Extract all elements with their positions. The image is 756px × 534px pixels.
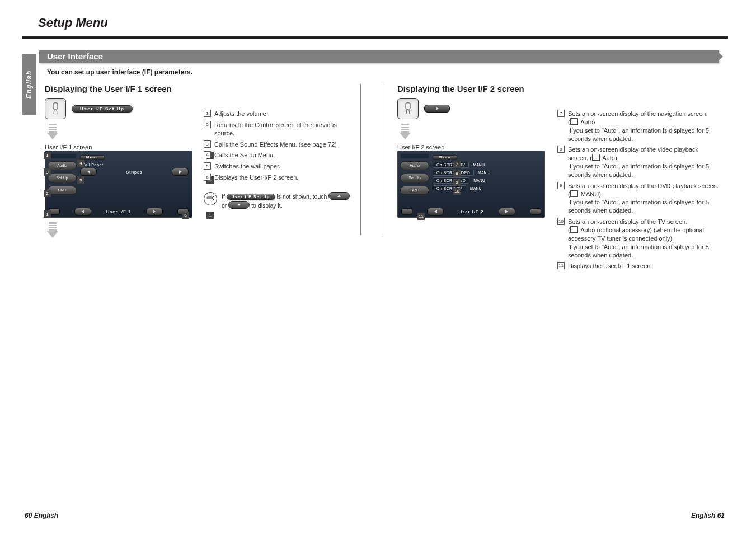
section-header-user-interface: User Interface	[39, 50, 719, 63]
heading-user-if-1: Displaying the User I/F 1 screen	[45, 84, 205, 93]
sim-wallpaper-prev[interactable]	[80, 168, 97, 176]
sim-page-prev[interactable]	[74, 208, 91, 216]
svg-rect-5	[49, 228, 57, 229]
sim-page-next[interactable]	[146, 208, 163, 216]
callout-number: 7	[557, 110, 565, 117]
callout-10: 10	[453, 188, 461, 195]
description-text: Switches the wall paper.	[214, 162, 355, 171]
language-tab: English	[22, 54, 36, 115]
callout-2: 2	[44, 190, 51, 197]
note-block: If User I/F Set Up is not shown, touch o…	[204, 192, 355, 210]
heading-user-if-2: Displaying the User I/F 2 screen	[397, 84, 557, 93]
user-if-2-screen-wrapper: Audio Set Up SRC Menu On SCRN NAVMANU On…	[397, 151, 557, 218]
sim-button-setup[interactable]: Set Up	[400, 174, 429, 182]
sim-wallpaper-value: Stripes	[98, 170, 170, 175]
sim-row-tv[interactable]: On SCRN TVMANU	[433, 185, 541, 191]
description-text: Sets an on-screen display of the TV scre…	[568, 218, 720, 259]
sim-bottom-right-icon[interactable]	[530, 208, 541, 215]
center-divider	[360, 84, 361, 235]
callout-8: 8	[453, 170, 461, 177]
callout-1a: 1	[44, 152, 51, 159]
note-prefix: If	[222, 193, 225, 200]
description-text: Adjusts the volume.	[214, 110, 355, 118]
sim-page-next[interactable]	[499, 208, 515, 216]
simulated-screen-1: Audio Set Up SRC Menu Wall Paper Stripes…	[45, 151, 192, 218]
flow-arrow-icon	[47, 124, 58, 139]
sim-row-dvd[interactable]: On SCRN DVDMANU	[433, 177, 541, 184]
sim-row-nav[interactable]: On SCRN NAVMANU	[433, 162, 541, 168]
callout-7: 7	[453, 161, 461, 168]
callout-number: 10	[557, 218, 565, 225]
svg-rect-8	[401, 128, 409, 129]
svg-rect-9	[401, 130, 409, 131]
sim-menu-pill[interactable]: Menu	[433, 155, 457, 160]
callout-number: 6	[204, 174, 211, 181]
note-scroll-up-button[interactable]	[328, 192, 350, 200]
touch-icon	[397, 98, 419, 119]
description-text: Calls the Setup Menu.	[214, 151, 355, 160]
svg-rect-7	[401, 125, 409, 127]
sim-row-video[interactable]: On SCRN VIDEOMANU	[433, 170, 541, 176]
section-header-label: User Interface	[47, 51, 103, 61]
description-text: Displays the User I/F 2 screen.	[214, 174, 355, 182]
description-list-right: 7 Sets an on-screen display of the navig…	[557, 110, 720, 270]
button-page-next[interactable]	[424, 105, 450, 113]
note-suffix: to display it.	[251, 202, 282, 209]
sim-menu-pill[interactable]: Menu	[80, 155, 105, 160]
callout-5a: 5	[77, 176, 84, 184]
note-pill-user-if-setup[interactable]: User I/F Set Up	[227, 194, 275, 200]
svg-rect-1	[49, 128, 57, 129]
sim-bottom-left-icon[interactable]	[401, 208, 412, 215]
flow-arrow-icon	[400, 124, 411, 139]
description-text: Calls the Sound Effects Menu. (see page …	[214, 140, 355, 149]
callout-number: 2	[204, 121, 211, 128]
description-text: Sets an on-screen display of the navigat…	[568, 110, 720, 143]
description-text: Returns to the Control screen of the pre…	[214, 121, 355, 138]
button-user-if-setup[interactable]: User I/F Set Up	[72, 105, 133, 113]
callout-9: 9	[453, 179, 461, 186]
sim-wallpaper-next[interactable]	[172, 168, 189, 176]
svg-rect-6	[207, 197, 213, 199]
callout-number: 4	[204, 151, 211, 158]
caption-user-if-1-screen: User I/F 1 screen	[45, 144, 205, 151]
note-mid: is not shown, touch	[276, 193, 327, 200]
svg-rect-0	[49, 125, 57, 127]
sim-button-src[interactable]: SRC	[400, 186, 429, 195]
svg-rect-4	[49, 226, 57, 227]
callout-number: 8	[557, 146, 565, 153]
center-divider	[382, 84, 382, 235]
title-divider	[22, 36, 728, 39]
callout-number: 3	[204, 140, 211, 148]
sim-page-prev[interactable]	[427, 208, 444, 216]
description-text: Sets an on-screen display of the video p…	[568, 146, 720, 179]
note-icon	[204, 192, 217, 205]
default-marker-icon	[570, 226, 578, 233]
user-if-1-screen-wrapper: Audio Set Up SRC Menu Wall Paper Stripes…	[45, 151, 205, 218]
callout-11: 11	[417, 213, 425, 220]
default-marker-icon	[570, 190, 578, 197]
sim-button-src[interactable]: SRC	[48, 186, 77, 195]
sim-button-audio[interactable]: Audio	[400, 161, 429, 170]
sim-wallpaper-label: Wall Paper	[81, 163, 189, 167]
page-number-right: English 61	[691, 512, 725, 519]
default-marker-icon	[592, 154, 600, 161]
page-title: Setup Menu	[38, 16, 756, 30]
callout-1c: 1	[44, 210, 51, 218]
section-intro: You can set up user interface (IF) param…	[47, 68, 192, 76]
note-scroll-down-button[interactable]	[228, 201, 250, 209]
callout-6: 6	[182, 212, 189, 219]
callout-number: 9	[557, 182, 565, 189]
page-number-left: 60 English	[25, 512, 58, 519]
touch-icon	[45, 98, 66, 119]
callout-number: 5	[204, 162, 211, 170]
default-marker-icon	[570, 118, 578, 125]
callout-number: 11	[557, 262, 565, 269]
sim-button-audio[interactable]: Audio	[48, 161, 77, 170]
callout-4: 4	[77, 160, 84, 167]
caption-user-if-2-screen: User I/F 2 screen	[397, 144, 557, 151]
sim-bottom-title-2: User I/F 2	[458, 209, 483, 214]
callout-3: 3	[44, 168, 51, 176]
sim-button-setup[interactable]: Set Up	[48, 174, 77, 182]
description-text: Displays the User I/F 1 screen.	[568, 262, 720, 270]
svg-rect-3	[49, 224, 57, 225]
